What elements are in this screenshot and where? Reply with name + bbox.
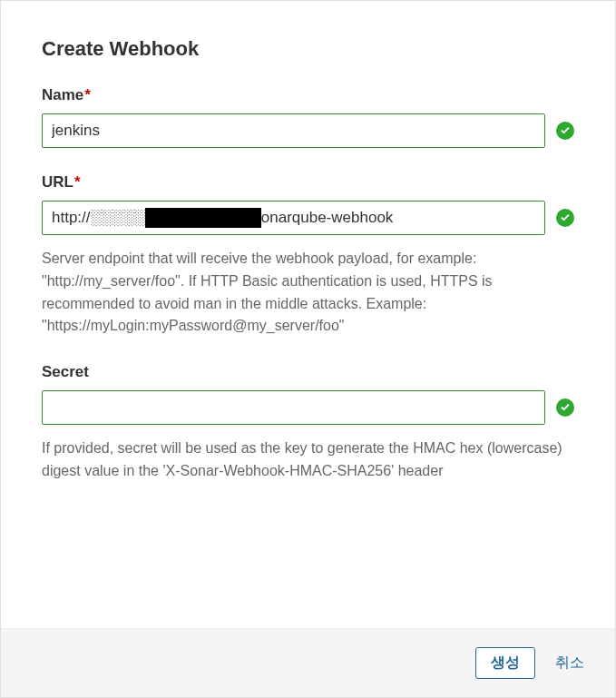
url-help-text: Server endpoint that will receive the we… — [42, 248, 574, 338]
secret-input[interactable] — [42, 390, 545, 425]
check-circle-icon — [556, 398, 574, 417]
modal-title: Create Webhook — [42, 37, 574, 61]
secret-help-text: If provided, secret will be used as the … — [42, 437, 574, 483]
name-label: Name* — [42, 86, 574, 104]
name-input[interactable] — [42, 113, 545, 148]
url-input[interactable] — [42, 201, 545, 235]
check-circle-icon — [556, 122, 574, 140]
form-group-name: Name* — [42, 86, 574, 148]
secret-label: Secret — [42, 363, 574, 381]
modal-footer: 생성 취소 — [1, 628, 615, 697]
required-star: * — [74, 173, 81, 191]
url-label: URL* — [42, 173, 574, 192]
create-webhook-modal: Create Webhook Name* URL* — [0, 0, 616, 698]
modal-body: Create Webhook Name* URL* — [1, 1, 615, 628]
cancel-button[interactable]: 취소 — [552, 648, 588, 678]
form-group-url: URL* Server endpoint that will receive t… — [42, 173, 574, 338]
create-button[interactable]: 생성 — [475, 647, 535, 679]
required-star: * — [84, 86, 91, 103]
form-group-secret: Secret If provided, secret will be used … — [42, 363, 574, 483]
check-circle-icon — [556, 209, 574, 227]
